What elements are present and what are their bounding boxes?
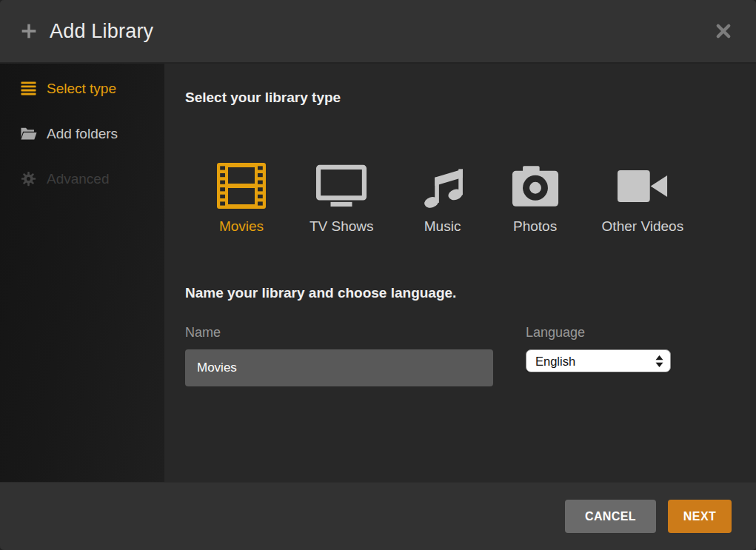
- tv-icon: [315, 159, 367, 212]
- language-select-wrap: English: [526, 349, 671, 372]
- close-icon: [715, 22, 734, 40]
- dialog-header: Add Library: [0, 0, 756, 64]
- library-type-label: TV Shows: [310, 217, 374, 236]
- gear-icon: [21, 171, 37, 187]
- language-label: Language: [526, 323, 671, 341]
- list-icon: [21, 81, 37, 97]
- name-label: Name: [185, 323, 493, 341]
- sidebar-item-add-folders[interactable]: Add folders: [0, 111, 164, 156]
- sidebar-item-select-type[interactable]: Select type: [0, 66, 164, 111]
- name-field-group: Name: [185, 323, 493, 386]
- close-button[interactable]: [715, 21, 734, 41]
- type-section-title: Select your library type: [185, 89, 756, 107]
- music-note-icon: [417, 159, 469, 212]
- next-button[interactable]: NEXT: [668, 500, 732, 533]
- library-settings-form: Name Language English: [185, 323, 756, 386]
- dialog-title: Add Library: [50, 20, 715, 43]
- library-type-tv-shows[interactable]: TV Shows: [310, 159, 374, 236]
- film-strip-icon: [216, 159, 267, 212]
- library-type-picker: Movies TV Shows: [216, 159, 756, 236]
- library-type-label: Other Videos: [602, 217, 684, 236]
- camera-icon: [512, 159, 559, 212]
- dialog-body: Select type Add folders: [0, 64, 756, 482]
- open-folder-icon: [21, 126, 37, 142]
- add-library-dialog: Add Library Select: [0, 0, 756, 550]
- library-name-input[interactable]: [185, 349, 493, 386]
- language-field-group: Language English: [526, 323, 671, 386]
- library-type-label: Music: [424, 217, 461, 236]
- steps-sidebar: Select type Add folders: [0, 64, 164, 482]
- name-section-title: Name your library and choose language.: [185, 284, 756, 302]
- dialog-footer: CANCEL NEXT: [0, 482, 756, 550]
- main-panel: Select your library type: [164, 64, 756, 482]
- sidebar-item-label: Add folders: [47, 126, 118, 142]
- sidebar-item-label: Advanced: [47, 171, 110, 187]
- library-type-label: Photos: [513, 217, 557, 236]
- library-type-music[interactable]: Music: [417, 159, 469, 236]
- language-select[interactable]: English: [526, 349, 671, 372]
- library-type-label: Movies: [219, 217, 264, 236]
- library-type-movies[interactable]: Movies: [216, 159, 267, 236]
- library-type-photos[interactable]: Photos: [512, 159, 559, 236]
- library-type-other-videos[interactable]: Other Videos: [602, 159, 684, 236]
- sidebar-item-advanced: Advanced: [0, 156, 164, 201]
- sidebar-item-label: Select type: [47, 81, 116, 97]
- video-camera-icon: [617, 159, 669, 212]
- plus-icon: [21, 23, 37, 39]
- cancel-button[interactable]: CANCEL: [565, 500, 656, 533]
